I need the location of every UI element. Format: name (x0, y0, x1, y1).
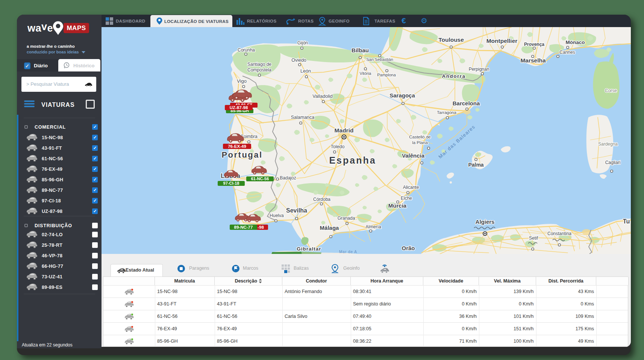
svg-text:61-NC-56: 61-NC-56 (251, 176, 269, 181)
svg-text:Valladolid: Valladolid (312, 94, 332, 99)
svg-text:97-CI-18: 97-CI-18 (223, 181, 239, 185)
svg-text:89-NC-77: 89-NC-77 (234, 225, 253, 229)
svg-text:Algiers: Algiers (476, 219, 495, 225)
svg-text:Barcelona: Barcelona (453, 100, 480, 106)
svg-text:Granada: Granada (338, 216, 355, 221)
svg-text:Alicante: Alicante (403, 185, 419, 190)
svg-text:Sevilha: Sevilha (286, 207, 307, 214)
svg-text:Madrid: Madrid (335, 127, 354, 134)
svg-text:Palma: Palma (468, 162, 483, 168)
svg-text:Vitória: Vitória (360, 71, 372, 76)
svg-text:Badajoz: Badajoz (280, 175, 296, 181)
svg-text:Almería: Almería (365, 224, 381, 229)
svg-text:la Plana: la Plana (412, 140, 428, 145)
svg-text:UZ-87-98: UZ-87-98 (230, 105, 248, 110)
svg-text:Córdoba: Córdoba (313, 197, 330, 202)
svg-text:Elche: Elche (401, 196, 412, 201)
svg-text:76-EX-49: 76-EX-49 (228, 144, 246, 149)
svg-text:Cannes: Cannes (559, 50, 575, 55)
svg-text:Bilbau: Bilbau (352, 47, 369, 53)
svg-text:Perpignan: Perpignan (469, 67, 489, 72)
svg-text:Toledo: Toledo (331, 144, 345, 149)
svg-text:Toulouse: Toulouse (438, 36, 464, 43)
svg-text:Corse: Corse (605, 88, 617, 93)
svg-text:Espanha: Espanha (329, 155, 376, 166)
svg-text:Compostela: Compostela (247, 67, 271, 73)
svg-text:Tarragona: Tarragona (437, 110, 456, 115)
svg-text:San Sebastián: San Sebastián (366, 57, 393, 62)
svg-text:Oviedo: Oviedo (291, 58, 306, 63)
svg-text:Setif: Setif (529, 235, 538, 241)
svg-text:Huelva: Huelva (270, 213, 284, 218)
svg-text:Santiago de: Santiago de (247, 62, 271, 67)
svg-text:Vigo: Vigo (237, 78, 247, 84)
svg-text:Mónaco: Mónaco (565, 39, 585, 45)
svg-text:Corunha: Corunha (238, 47, 255, 53)
svg-text:Montpellier: Montpellier (486, 38, 518, 44)
svg-text:León: León (300, 68, 311, 74)
svg-text:Tu: Tu (623, 218, 630, 225)
svg-text:Pamplona: Pamplona (377, 73, 396, 77)
svg-text:Andorra: Andorra (442, 73, 465, 79)
svg-text:Sardegna: Sardegna (598, 141, 618, 147)
svg-text:Orão: Orão (402, 245, 415, 251)
svg-text:Múrcia: Múrcia (388, 202, 407, 209)
svg-text:Gibraltar: Gibraltar (297, 246, 321, 252)
svg-text:Castelló de: Castelló de (409, 135, 431, 139)
svg-text:Mar das Baleares: Mar das Baleares (437, 124, 476, 159)
svg-text:Provença: Provença (524, 42, 544, 47)
svg-text:Valência: Valência (402, 152, 425, 159)
svg-text:Mar de A: Mar de A (339, 250, 357, 254)
svg-text:Salamanca: Salamanca (291, 115, 315, 120)
svg-text:Saragoça: Saragoça (389, 92, 415, 99)
svg-text:Gijón: Gijón (297, 40, 308, 46)
svg-text:Portugal: Portugal (221, 150, 262, 159)
svg-text:Málaga: Málaga (320, 225, 339, 231)
svg-text:Constantina: Constantina (547, 231, 571, 236)
svg-text:Marselha: Marselha (520, 57, 546, 64)
svg-text:-98: -98 (258, 225, 264, 229)
svg-text:Cagliari: Cagliari (605, 160, 621, 165)
